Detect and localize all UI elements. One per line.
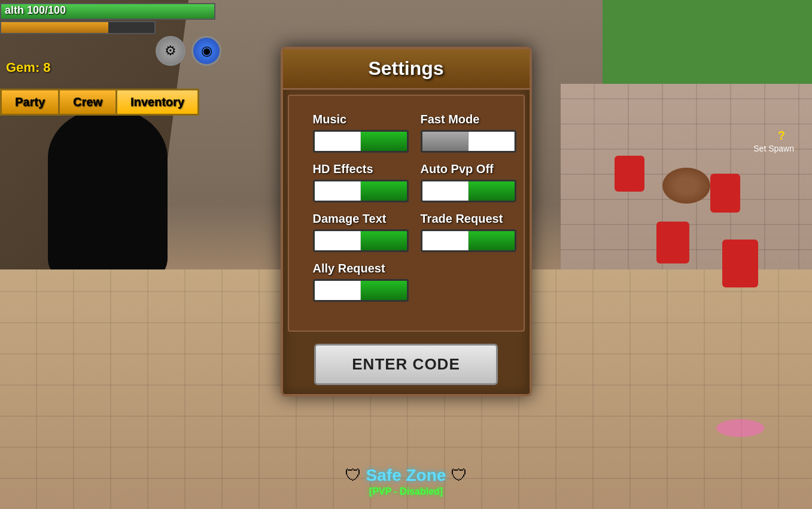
shield-right-icon: 🛡 <box>451 465 467 485</box>
top-icons: ⚙ ◉ <box>156 36 221 66</box>
safe-zone-text: 🛡 Safe Zone 🛡 <box>345 465 468 485</box>
chair-far-right <box>722 240 758 287</box>
auto-pvp-setting: Auto Pvp Off <box>415 157 522 207</box>
chair-left-top <box>615 156 644 192</box>
question-mark: ? <box>778 129 785 143</box>
settings-blue-icon[interactable]: ◉ <box>191 36 221 66</box>
settings-title: Settings <box>368 57 443 79</box>
shield-left-icon: 🛡 <box>345 465 361 485</box>
chair-bottom <box>656 222 689 263</box>
chair-right <box>710 174 740 213</box>
ally-request-toggle-on <box>361 281 407 300</box>
fast-mode-setting: Fast Mode <box>415 108 522 157</box>
fast-mode-toggle-gray <box>422 132 469 151</box>
hd-effects-toggle-on <box>361 181 407 201</box>
health-bar-container: alth 100/100 <box>0 3 215 20</box>
settings-spacer <box>307 307 506 319</box>
auto-pvp-toggle-off <box>422 181 469 201</box>
damage-text-label: Damage Text <box>313 212 409 226</box>
hd-effects-toggle-off <box>315 181 361 201</box>
gear-icon[interactable]: ⚙ <box>156 36 185 66</box>
settings-grid: Music Fast Mode HD Effects <box>307 108 506 307</box>
music-setting: Music <box>307 108 415 157</box>
settings-body: Music Fast Mode HD Effects <box>288 95 525 332</box>
damage-text-toggle-on <box>361 231 407 250</box>
trade-request-toggle[interactable] <box>421 229 516 252</box>
damage-text-setting: Damage Text <box>307 207 415 257</box>
trade-request-label: Trade Request <box>421 212 516 226</box>
stamina-bar-fill <box>1 22 108 33</box>
enter-code-button[interactable]: ENTER CODE <box>314 344 497 385</box>
settings-header: Settings <box>283 49 530 90</box>
music-toggle-on <box>361 132 407 151</box>
pvp-disabled-label: [PVP - Disabled] <box>345 486 468 497</box>
trade-request-toggle-on <box>469 231 515 250</box>
trade-request-toggle-off <box>422 231 469 250</box>
music-toggle-off <box>315 132 361 151</box>
ally-request-toggle-off <box>315 281 361 300</box>
fast-mode-toggle[interactable] <box>421 130 516 153</box>
damage-text-toggle[interactable] <box>313 229 409 252</box>
set-spawn-label[interactable]: Set Spawn <box>753 144 794 153</box>
party-tab[interactable]: Party <box>0 89 58 116</box>
inventory-tab[interactable]: Inventory <box>115 89 199 116</box>
auto-pvp-toggle[interactable] <box>421 180 516 202</box>
damage-text-toggle-off <box>315 231 361 250</box>
tunnel-entrance <box>48 108 168 275</box>
stamina-bar-container <box>0 21 156 34</box>
hd-effects-label: HD Effects <box>313 162 409 176</box>
safe-zone-container: 🛡 Safe Zone 🛡 [PVP - Disabled] <box>345 465 468 497</box>
ally-request-toggle[interactable] <box>313 279 409 302</box>
pink-circle-floor <box>716 419 764 437</box>
trade-request-setting: Trade Request <box>415 207 522 257</box>
tab-buttons: Party Crew Inventory <box>0 89 199 116</box>
hd-effects-setting: HD Effects <box>307 157 415 207</box>
music-label: Music <box>313 113 409 126</box>
crew-tab[interactable]: Crew <box>58 89 115 116</box>
fast-mode-label: Fast Mode <box>421 113 516 126</box>
settings-panel: Settings Music Fast Mode <box>281 47 532 396</box>
hd-effects-toggle[interactable] <box>313 180 409 202</box>
table <box>662 168 710 204</box>
auto-pvp-toggle-on <box>469 181 515 201</box>
health-text: alth 100/100 <box>5 4 66 17</box>
fast-mode-toggle-white <box>469 132 515 151</box>
ally-request-label: Ally Request <box>313 262 516 275</box>
gem-display: Gem: 8 <box>6 60 51 75</box>
safe-zone-label: Safe Zone <box>366 466 446 485</box>
ally-request-setting: Ally Request <box>307 257 522 307</box>
stamina-bar-background <box>0 21 156 34</box>
music-toggle[interactable] <box>313 130 409 153</box>
auto-pvp-label: Auto Pvp Off <box>421 162 516 176</box>
